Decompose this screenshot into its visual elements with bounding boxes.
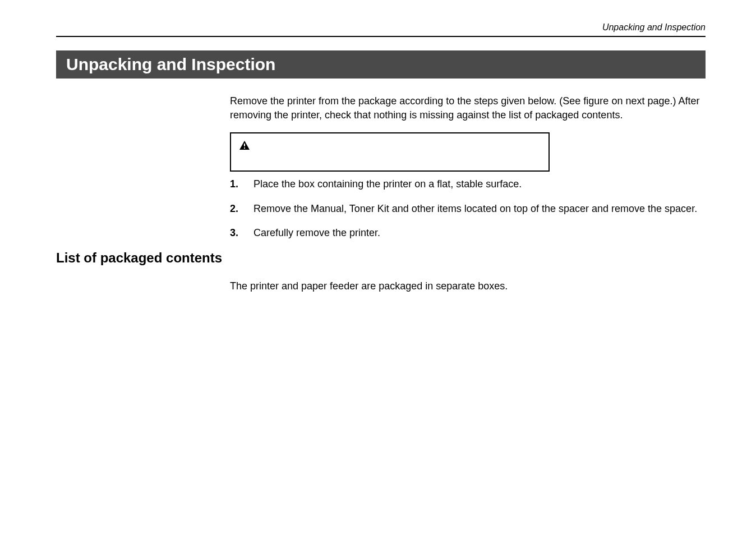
step-text: Carefully remove the printer. — [253, 226, 706, 240]
warning-icon — [239, 139, 250, 153]
svg-rect-1 — [244, 144, 245, 146]
main-content: Remove the printer from the package acco… — [230, 94, 706, 240]
step-number: 3. — [230, 226, 241, 240]
subsection-heading: List of packaged contents — [56, 250, 706, 266]
list-item: 2. Remove the Manual, Toner Kit and othe… — [230, 202, 706, 216]
svg-rect-2 — [244, 147, 245, 149]
list-item: 1. Place the box containing the printer … — [230, 177, 706, 191]
section-title-text: Unpacking and Inspection — [66, 55, 275, 73]
step-number: 2. — [230, 202, 241, 216]
section-title-bar: Unpacking and Inspection — [56, 50, 706, 79]
subsection-text: The printer and paper feeder are package… — [230, 280, 706, 292]
step-text: Remove the Manual, Toner Kit and other i… — [253, 202, 706, 216]
intro-paragraph: Remove the printer from the package acco… — [230, 94, 706, 122]
list-item: 3. Carefully remove the printer. — [230, 226, 706, 240]
warning-box — [230, 132, 550, 172]
running-head-text: Unpacking and Inspection — [602, 22, 706, 32]
step-text: Place the box containing the printer on … — [253, 177, 706, 191]
running-head: Unpacking and Inspection — [56, 22, 706, 37]
steps-list: 1. Place the box containing the printer … — [230, 177, 706, 240]
step-number: 1. — [230, 177, 241, 191]
